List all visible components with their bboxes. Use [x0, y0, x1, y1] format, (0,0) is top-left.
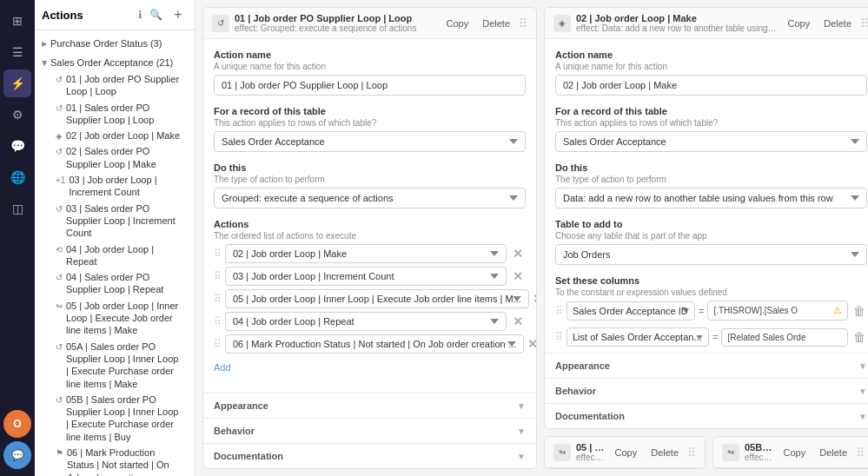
card2-behavior-header[interactable]: Behavior ▼: [555, 386, 867, 396]
nav-item-5[interactable]: ↺ 03 | Sales order PO Supplier Loop | In…: [42, 201, 188, 241]
nav-item-label-8: 05 | Job order Loop | Inner Loop | Execu…: [66, 300, 181, 337]
card2-col-value-1[interactable]: [Related Sales Orde: [721, 328, 848, 347]
card2-do-this-select[interactable]: Data: add a new row to another table usi…: [555, 188, 867, 208]
card1-record-label: For a record of this table: [214, 106, 526, 116]
nav-item-label-5: 03 | Sales order PO Supplier Loop | Incr…: [66, 202, 181, 240]
nav-group-header-sales[interactable]: ▶ Sales Order Acceptance (21): [42, 56, 188, 69]
card2-table-select[interactable]: Job Orders: [555, 244, 867, 265]
card2-record-select[interactable]: Sales Order Acceptance: [555, 131, 867, 152]
card1-action-select-2[interactable]: 05 | Job order Loop | Inner Loop | Execu…: [225, 289, 529, 308]
mark-icon-11: ⚑: [56, 447, 63, 459]
nav-item-3[interactable]: ↺ 02 | Sales order PO Supplier Loop | Ma…: [42, 143, 188, 172]
nav-item-8[interactable]: ↬ 05 | Job order Loop | Inner Loop | Exe…: [42, 298, 188, 339]
card1-appearance-header[interactable]: Appearance ▼: [214, 400, 526, 411]
card1-action-del-2[interactable]: ✕: [533, 291, 536, 307]
card3-subtitle: effect: Data: execute an action on a set…: [576, 453, 605, 462]
card1-do-this-group: Do this The type of action to perform Gr…: [214, 162, 526, 208]
card2-icon: ◈: [553, 15, 571, 32]
card2-col-name-1[interactable]: List of Sales Order Acceptan...: [567, 327, 709, 347]
card1-action-name-input[interactable]: [214, 75, 526, 96]
lightning-nav-icon[interactable]: ⚡: [3, 69, 31, 97]
card1-documentation-arrow: ▼: [517, 452, 526, 461]
globe-nav-icon[interactable]: 🌐: [3, 163, 31, 191]
nav-item-10[interactable]: ↺ 05B | Sales order PO Supplier Loop | I…: [42, 392, 188, 445]
nav-item-1[interactable]: ↺ 01 | Sales order PO Supplier Loop | Lo…: [42, 100, 188, 129]
card2-col-name-0[interactable]: Sales Order Acceptance ID: [567, 301, 695, 321]
card2-appearance-section[interactable]: Appearance ▼: [545, 353, 868, 378]
nav-group-header-purchase[interactable]: ▶ Purchase Order Status (3): [42, 36, 188, 50]
card1-action-del-4[interactable]: ✕: [527, 336, 536, 352]
card4-drag-handle[interactable]: ⠿: [856, 446, 865, 459]
settings-nav-icon[interactable]: ⚙: [3, 101, 31, 129]
nav-item-11[interactable]: ⚑ 06 | Mark Production Status | Not star…: [42, 445, 188, 476]
card4-delete-button[interactable]: Delete: [814, 446, 852, 459]
card2-appearance-header[interactable]: Appearance ▼: [555, 360, 867, 371]
card2-behavior-section[interactable]: Behavior ▼: [545, 378, 868, 403]
card2-col-value-0[interactable]: [.THISROW].[Sales O ⚠: [707, 301, 848, 321]
card3-drag-handle[interactable]: ⠿: [687, 446, 696, 459]
drag-icon-2[interactable]: ⠿: [214, 293, 222, 305]
card1-title: 01 | Job order PO Supplier Loop | Loop: [235, 13, 436, 23]
user-avatar[interactable]: O: [3, 410, 31, 438]
card2-delete-button[interactable]: Delete: [818, 17, 857, 30]
card1-appearance-section[interactable]: Appearance ▼: [203, 393, 536, 418]
nav-item-7[interactable]: ↺ 04 | Sales order PO Supplier Loop | Re…: [42, 269, 188, 298]
card1-action-select-4[interactable]: 06 | Mark Production Status | Not starte…: [225, 334, 524, 354]
card1-delete-button[interactable]: Delete: [477, 17, 515, 30]
add-nav-button[interactable]: +: [169, 5, 188, 24]
card1-copy-button[interactable]: Copy: [441, 17, 474, 30]
stack-nav-icon[interactable]: ◫: [3, 195, 31, 222]
card1-action-del-0[interactable]: ✕: [510, 246, 526, 261]
card1-action-select-1[interactable]: 03 | Job order Loop | Increment Count: [225, 267, 507, 286]
main-content: ↺ 01 | Job order PO Supplier Loop | Loop…: [195, 0, 868, 476]
card1-action-select-3[interactable]: 04 | Job order Loop | Repeat: [225, 312, 507, 331]
card3-delete-button[interactable]: Delete: [646, 446, 684, 459]
card1-add-link[interactable]: Add: [214, 360, 231, 374]
list-nav-icon[interactable]: ☰: [3, 38, 31, 66]
card1-action-del-3[interactable]: ✕: [510, 314, 526, 329]
nav-item-6[interactable]: ⟲ 04 | Job order Loop | Repeat: [42, 241, 188, 270]
card2-col-del-0[interactable]: 🗑: [851, 303, 867, 319]
grid-nav-icon[interactable]: ⊞: [3, 7, 31, 35]
card2-documentation-header[interactable]: Documentation ▼: [555, 411, 867, 421]
card2-documentation-section[interactable]: Documentation ▼: [545, 403, 868, 428]
col-drag-1[interactable]: ⠿: [555, 331, 563, 343]
card1-documentation-section[interactable]: Documentation ▼: [203, 443, 536, 468]
search-nav-button[interactable]: 🔍: [146, 5, 165, 24]
card1-documentation-header[interactable]: Documentation ▼: [214, 451, 526, 461]
card2-documentation-arrow: ▼: [858, 412, 867, 421]
chat-nav-icon[interactable]: 💬: [3, 132, 31, 160]
drag-icon-3[interactable]: ⠿: [214, 315, 222, 327]
card4-copy-button[interactable]: Copy: [779, 446, 812, 459]
nav-item-2[interactable]: ◈ 02 | Job order Loop | Make: [42, 128, 188, 143]
nav-item-0[interactable]: ↺ 01 | Job order PO Supplier Loop | Loop: [42, 71, 188, 100]
nav-item-4[interactable]: +1 03 | Job order Loop | Increment Count: [42, 172, 188, 201]
nav-item-9[interactable]: ↺ 05A | Sales order PO Supplier Loop | I…: [42, 339, 188, 392]
nav-item-label-4: 03 | Job order Loop | Increment Count: [69, 174, 181, 199]
drag-icon-0[interactable]: ⠿: [214, 248, 222, 260]
card2-title: 02 | Job order Loop | Make: [576, 13, 778, 23]
nav-list: ▶ Purchase Order Status (3) ▶ Sales Orde…: [35, 30, 195, 476]
card2-col-del-1[interactable]: 🗑: [851, 329, 867, 345]
nav-group-purchase-order[interactable]: ▶ Purchase Order Status (3): [35, 34, 195, 53]
card1-actions-list: ⠿ 02 | Job order Loop | Make ✕ ⠿ 03 | Jo…: [214, 244, 526, 354]
card2-copy-button[interactable]: Copy: [783, 17, 816, 30]
card1-action-select-0[interactable]: 02 | Job order Loop | Make: [225, 244, 507, 263]
card1-drag-handle[interactable]: ⠿: [519, 17, 527, 30]
card2-action-name-input[interactable]: [555, 75, 867, 96]
card1-action-row-0: ⠿ 02 | Job order Loop | Make ✕: [214, 244, 526, 263]
card1-behavior-header[interactable]: Behavior ▼: [214, 426, 526, 436]
card3-copy-button[interactable]: Copy: [610, 446, 643, 459]
card1-action-del-1[interactable]: ✕: [510, 268, 526, 284]
drag-icon-1[interactable]: ⠿: [214, 270, 222, 282]
card2-drag-handle[interactable]: ⠿: [860, 17, 868, 30]
nav-group-sales-order: ▶ Sales Order Acceptance (21) ↺ 01 | Job…: [35, 53, 195, 476]
icon-sidebar: ⊞ ☰ ⚡ ⚙ 💬 🌐 ◫ O 💬: [0, 0, 35, 476]
col-drag-0[interactable]: ⠿: [555, 305, 563, 317]
chat-avatar[interactable]: 💬: [3, 441, 31, 469]
card1-record-select[interactable]: Sales Order Acceptance: [214, 131, 526, 152]
drag-icon-4[interactable]: ⠿: [214, 338, 222, 350]
card2-record-label: For a record of this table: [555, 106, 867, 116]
card1-behavior-section[interactable]: Behavior ▼: [203, 418, 536, 443]
card1-do-this-select[interactable]: Grouped: execute a sequence of actions: [214, 188, 526, 208]
